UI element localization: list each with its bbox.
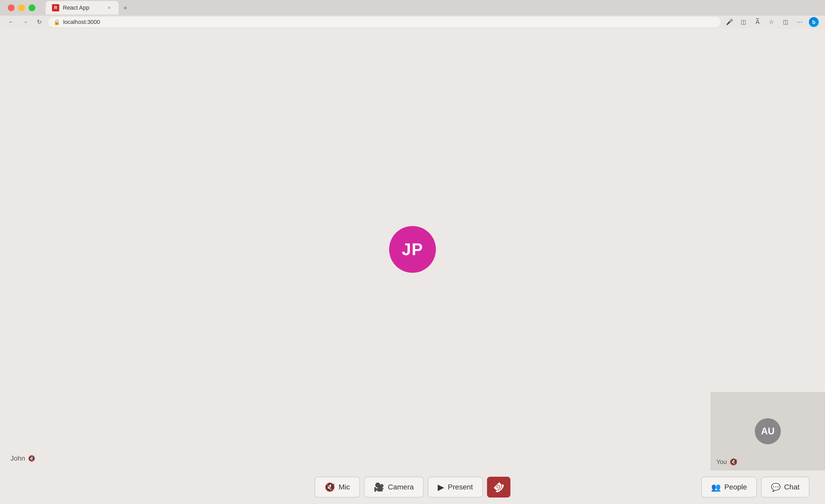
people-icon: 👥 [711,483,721,492]
traffic-lights [8,4,35,11]
end-call-button[interactable]: ☎ [487,477,510,498]
controls-right: 👥 People 💬 Chat [701,477,809,498]
refresh-button[interactable]: ↻ [34,17,44,27]
split-screen-icon[interactable]: ◫ [781,17,790,27]
people-label: People [725,483,747,491]
participant-name-label: John 🔇̸ [10,454,35,463]
present-icon: ▶ [438,482,444,492]
browser-tab-active[interactable]: R React App × [46,1,119,14]
mic-toolbar-icon[interactable]: 🎤 [725,17,734,27]
tab-favicon: R [52,4,59,11]
browser-titlebar: R React App × + [0,0,825,16]
chat-label: Chat [784,483,800,491]
chat-icon: 💬 [771,483,780,492]
mute-icon: 🔇̸ [28,455,35,462]
read-aloud-icon[interactable]: A̅ [753,17,762,27]
mic-icon: 🔇̸ [325,482,335,492]
camera-label: Camera [388,483,414,491]
self-view-label: You 🔇̸ [717,458,737,466]
browser-settings-icon[interactable]: ⋯ [795,17,804,27]
mic-button[interactable]: 🔇̸ Mic [315,477,360,498]
camera-icon: 🎥 [374,482,384,492]
maximize-traffic-light[interactable] [28,4,35,11]
camera-button[interactable]: 🎥 Camera [364,477,424,498]
close-traffic-light[interactable] [8,4,14,11]
back-button[interactable]: ← [6,17,16,27]
browser-chrome: R React App × + ← → ↻ 🔒 localhost:3000 🎤… [0,0,825,28]
browser-toolbar-icons: 🎤 ◫ A̅ ☆ ◫ ⋯ b [725,17,819,27]
participant-avatar-jp: JP [389,226,436,273]
present-label: Present [448,483,473,491]
bottom-controls-bar: 🔇̸ Mic 🎥 Camera ▶ Present ☎ 👥 Peopl [0,470,825,504]
tab-close-button[interactable]: × [106,5,112,11]
new-tab-button[interactable]: + [120,2,131,13]
self-view-avatar: AU [755,418,781,444]
minimize-traffic-light[interactable] [18,4,25,11]
address-bar-url: localhost:3000 [63,19,100,25]
self-view-panel: AU You 🔇̸ [710,392,825,470]
you-text: You [717,458,727,466]
app-content: JP John 🔇̸ AU You 🔇̸ 🔇̸ Mic 🎥 Cam [0,28,825,504]
bing-copilot-icon[interactable]: b [809,17,819,27]
self-mute-icon: 🔇̸ [730,458,737,466]
browser-toolbar: ← → ↻ 🔒 localhost:3000 🎤 ◫ A̅ ☆ ◫ ⋯ b [0,16,825,28]
favorites-icon[interactable]: ☆ [767,17,776,27]
controls-center: 🔇̸ Mic 🎥 Camera ▶ Present ☎ [315,477,511,498]
address-bar-lock-icon: 🔒 [54,19,60,25]
forward-button[interactable]: → [20,17,30,27]
tab-title: React App [63,4,102,11]
chat-button[interactable]: 💬 Chat [761,477,809,498]
present-button[interactable]: ▶ Present [428,477,483,498]
address-bar[interactable]: 🔒 localhost:3000 [48,17,721,27]
people-button[interactable]: 👥 People [701,477,757,498]
participant-name: John [10,454,25,463]
mic-label: Mic [339,483,350,491]
main-video-area: JP John 🔇̸ AU You 🔇̸ [0,28,825,470]
browser-tabs: R React App × + [46,1,817,14]
end-call-icon: ☎ [491,479,507,495]
extensions-icon[interactable]: ◫ [739,17,748,27]
